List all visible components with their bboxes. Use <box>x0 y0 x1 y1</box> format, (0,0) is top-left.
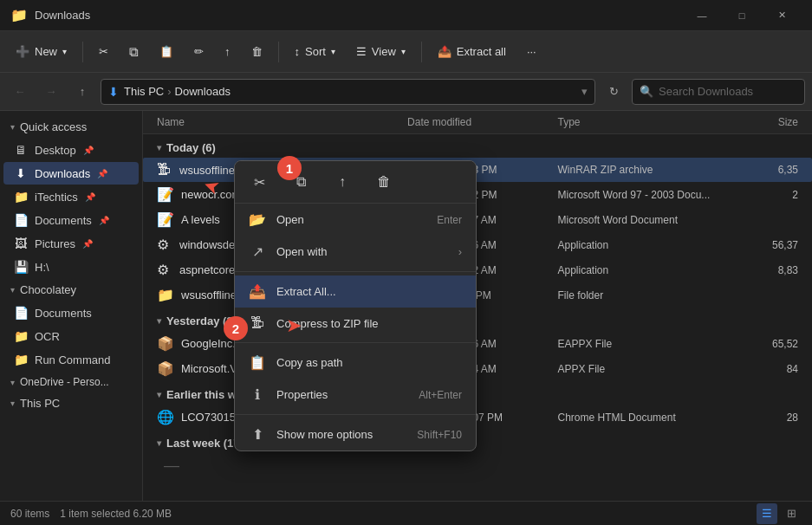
cm-share-button[interactable]: ↑ <box>328 168 356 196</box>
cm-divider-2 <box>235 342 476 343</box>
cm-divider-3 <box>235 414 476 415</box>
context-menu: ✂ ⧉ ↑ 🗑 📂 Open Enter ↗ Open with › 📤 Ext… <box>234 160 477 451</box>
cm-showmore-item[interactable]: ⬆ Show more options Shift+F10 <box>235 418 476 450</box>
cm-extractall-label: Extract All... <box>276 285 462 298</box>
cm-copypath-item[interactable]: 📋 Copy as path <box>235 347 476 379</box>
cm-properties-label: Properties <box>276 388 408 401</box>
cm-compress-icon: 🗜 <box>249 315 266 331</box>
cm-properties-shortcut: Alt+Enter <box>419 389 462 401</box>
cm-extractall-item[interactable]: 📤 Extract All... <box>235 275 476 308</box>
cm-openwith-arrow: › <box>458 245 462 258</box>
cm-openwith-label: Open with <box>276 245 448 258</box>
cm-open-shortcut: Enter <box>437 214 462 226</box>
cm-showmore-label: Show more options <box>276 428 406 441</box>
cm-showmore-icon: ⬆ <box>249 426 266 443</box>
arrow-2: ➤ <box>286 314 302 337</box>
cm-open-label: Open <box>276 213 426 226</box>
cm-openwith-icon: ↗ <box>249 243 266 260</box>
cm-properties-item[interactable]: ℹ Properties Alt+Enter <box>235 379 476 411</box>
cm-extractall-icon: 📤 <box>249 283 266 300</box>
cm-openwith-item[interactable]: ↗ Open with › <box>235 236 476 268</box>
cm-open-item[interactable]: 📂 Open Enter <box>235 204 476 236</box>
cm-compress-label: Compress to ZIP file <box>276 317 462 330</box>
cm-delete-button[interactable]: 🗑 <box>370 168 398 196</box>
cm-open-icon: 📂 <box>249 211 266 228</box>
cm-compress-item[interactable]: 🗜 Compress to ZIP file <box>235 308 476 339</box>
annotation-circle-2: 2 <box>224 316 248 340</box>
context-menu-toolbar: ✂ ⧉ ↑ 🗑 <box>235 161 476 204</box>
annotation-circle-1: 1 <box>277 156 302 180</box>
cm-properties-icon: ℹ <box>249 386 266 403</box>
cm-divider-1 <box>235 271 476 272</box>
cm-copypath-icon: 📋 <box>249 354 266 371</box>
cm-cut-button[interactable]: ✂ <box>245 168 273 196</box>
cm-copypath-label: Copy as path <box>276 356 462 369</box>
cm-showmore-shortcut: Shift+F10 <box>417 429 462 441</box>
context-menu-overlay: ✂ ⧉ ↑ 🗑 📂 Open Enter ↗ Open with › 📤 Ext… <box>0 0 812 525</box>
